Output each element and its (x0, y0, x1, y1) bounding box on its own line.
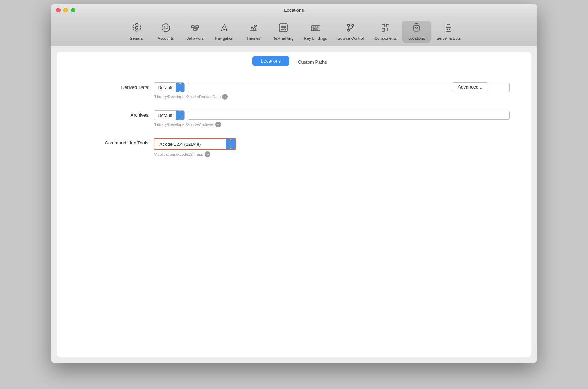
derived-data-arrows[interactable]: ⌃⌄ (176, 83, 184, 92)
derived-data-path-arrow[interactable]: → (222, 94, 228, 100)
derived-data-select[interactable]: Default ⌃⌄ (154, 82, 185, 92)
server-bots-label: Server & Bots (436, 36, 461, 41)
archives-select[interactable]: Default ⌃⌄ (154, 110, 185, 120)
tab-locations[interactable]: Locations (252, 56, 289, 66)
server-bots-icon (443, 23, 453, 35)
archives-row: Archives: Default ⌃⌄ /Library/Developer/… (78, 110, 510, 127)
svg-point-21 (347, 29, 350, 31)
content-area: Locations Custom Paths Derived Data: Def… (51, 46, 537, 363)
svg-rect-3 (196, 26, 199, 28)
source-control-label: Source Control (338, 36, 364, 41)
toolbar-item-source-control[interactable]: Source Control (333, 21, 369, 43)
svg-rect-14 (311, 26, 320, 31)
gear-icon (132, 23, 142, 35)
svg-point-20 (352, 24, 354, 26)
svg-rect-26 (414, 26, 419, 30)
source-control-icon (346, 23, 356, 35)
svg-rect-31 (447, 24, 450, 26)
svg-rect-17 (317, 27, 318, 28)
toolbar-item-locations[interactable]: Locations (402, 21, 431, 43)
text-editing-label: Text Editing (273, 36, 294, 41)
command-line-tools-arrows[interactable]: ⌃⌄ (226, 139, 236, 149)
locations-icon (411, 23, 421, 35)
toolbar-item-server-bots[interactable]: Server & Bots (431, 21, 466, 43)
archives-control-row: Default ⌃⌄ (154, 110, 510, 120)
locations-label: Locations (408, 36, 425, 41)
command-line-tools-label: Command Line Tools: (78, 138, 149, 145)
archives-path: /Library/Developer/Xcode/Archives → (154, 122, 510, 127)
archives-select-value: Default (154, 111, 176, 119)
toolbar-item-general[interactable]: General (122, 21, 151, 43)
derived-data-select-value: Default (154, 84, 176, 92)
svg-point-30 (449, 29, 450, 30)
toolbar-item-behaviors[interactable]: Behaviors (181, 21, 209, 43)
toolbar-item-text-editing[interactable]: Text Editing (268, 21, 299, 43)
advanced-button[interactable]: Advanced... (452, 82, 488, 91)
main-window: Locations General @ Accounts (51, 4, 537, 363)
maximize-button[interactable] (71, 8, 75, 12)
svg-rect-2 (191, 26, 194, 28)
archives-input[interactable] (188, 111, 510, 120)
themes-icon (248, 23, 258, 35)
components-label: Components (374, 36, 397, 41)
derived-data-row: Derived Data: Default ⌃⌄ /Library/Develo… (78, 82, 510, 100)
toolbar-item-themes[interactable]: Themes (239, 21, 268, 43)
text-editing-icon (278, 23, 288, 35)
toolbar-item-components[interactable]: Components (369, 21, 401, 43)
svg-rect-22 (382, 24, 385, 27)
minimize-button[interactable] (63, 8, 68, 12)
themes-label: Themes (246, 36, 261, 41)
accounts-label: Accounts (158, 36, 174, 41)
svg-rect-16 (315, 27, 316, 28)
command-line-tools-control-row: Xcode 12.4 (12D4e) ⌃⌄ (154, 138, 510, 150)
toolbar-item-accounts[interactable]: @ Accounts (152, 21, 180, 43)
command-line-tools-path-arrow[interactable]: → (205, 151, 210, 157)
behaviors-icon (190, 23, 200, 35)
tab-custom-paths[interactable]: Custom Paths (289, 57, 336, 67)
svg-line-33 (452, 31, 452, 31)
behaviors-label: Behaviors (186, 36, 204, 41)
svg-point-9 (254, 25, 256, 27)
svg-rect-4 (194, 28, 196, 31)
derived-data-path: /Library/Developer/Xcode/DerivedData → (154, 94, 510, 100)
settings-panel: Locations Custom Paths Derived Data: Def… (57, 52, 531, 357)
svg-point-19 (347, 24, 350, 26)
toolbar-item-navigation[interactable]: Navigation (210, 21, 238, 43)
svg-point-29 (447, 29, 448, 30)
archives-controls: Default ⌃⌄ /Library/Developer/Xcode/Arch… (154, 110, 510, 127)
archives-arrows[interactable]: ⌃⌄ (176, 111, 184, 120)
navigation-icon (219, 23, 229, 35)
svg-rect-23 (386, 24, 389, 27)
window-title: Locations (284, 7, 304, 13)
svg-text:@: @ (163, 25, 168, 31)
toolbar-item-key-bindings[interactable]: Key Bindings (299, 21, 332, 43)
svg-rect-18 (313, 28, 317, 30)
command-line-tools-value: Xcode 12.4 (12D4e) (154, 140, 226, 149)
svg-rect-15 (313, 27, 314, 28)
general-label: General (130, 36, 143, 41)
svg-point-27 (415, 27, 418, 28)
derived-data-label: Derived Data: (78, 82, 149, 90)
title-bar: Locations (51, 4, 537, 17)
window-controls (56, 8, 75, 12)
archives-label: Archives: (78, 110, 149, 118)
components-icon (380, 23, 390, 35)
tab-bar: Locations Custom Paths (57, 52, 531, 68)
command-line-tools-row: Command Line Tools: Xcode 12.4 (12D4e) ⌃… (78, 138, 510, 157)
svg-line-32 (445, 31, 445, 31)
toolbar: General @ Accounts (51, 17, 537, 46)
svg-rect-28 (446, 27, 451, 31)
accounts-icon: @ (161, 23, 171, 35)
archives-path-arrow[interactable]: → (215, 122, 221, 127)
navigation-label: Navigation (215, 36, 233, 41)
command-line-tools-select[interactable]: Xcode 12.4 (12D4e) ⌃⌄ (154, 138, 236, 150)
close-button[interactable] (56, 8, 61, 12)
key-bindings-label: Key Bindings (304, 36, 327, 41)
command-line-tools-controls: Xcode 12.4 (12D4e) ⌃⌄ /Applications/Xcod… (154, 138, 510, 157)
svg-rect-24 (382, 28, 385, 31)
command-line-tools-path: /Applications/Xcode12.4.app → (154, 151, 510, 157)
form-content: Derived Data: Default ⌃⌄ /Library/Develo… (57, 68, 531, 182)
key-bindings-icon (311, 23, 321, 35)
